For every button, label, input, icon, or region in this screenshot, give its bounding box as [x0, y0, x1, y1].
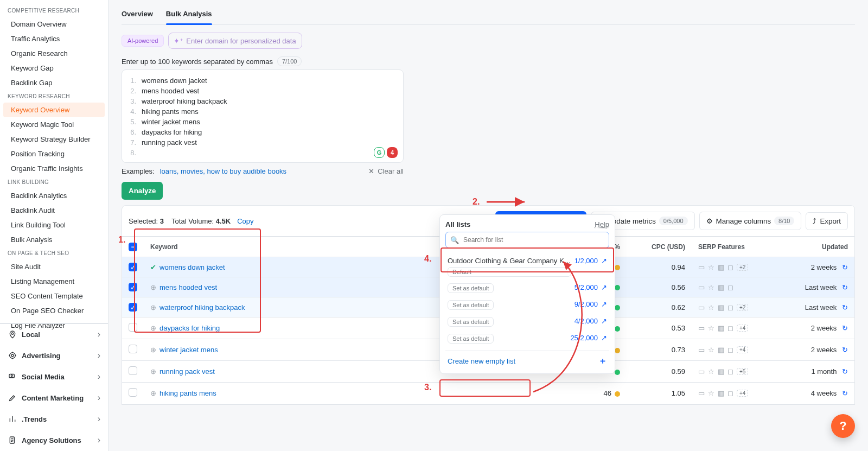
refresh-icon[interactable]: ↻: [840, 367, 848, 376]
nav-item-bulk-analysis[interactable]: Bulk Analysis: [3, 232, 105, 247]
col-keyword[interactable]: Keyword: [144, 237, 410, 257]
manage-columns-button[interactable]: ⚙ Manage columns 8/10: [699, 212, 802, 230]
popover-list-item[interactable]: Set as default5/2,000↗: [445, 280, 609, 297]
keyword-link[interactable]: winter jacket mens: [159, 346, 218, 354]
keyword-link[interactable]: hiking pants mens: [159, 389, 216, 397]
col-serp[interactable]: SERP Features: [692, 237, 789, 257]
popover-list-item[interactable]: Outdoor Clothing & Gear Company K… Defau…: [445, 253, 609, 280]
popover-list-item[interactable]: Set as default9/2,000↗: [445, 297, 609, 314]
nav-item-position-tracking[interactable]: Position Tracking: [3, 147, 105, 161]
open-external-icon[interactable]: ↗: [601, 334, 607, 342]
analyze-button[interactable]: Analyze: [122, 182, 163, 200]
ai-domain-input[interactable]: ✦⁺ Enter domain for personalized data: [168, 33, 302, 49]
refresh-icon[interactable]: ↻: [840, 303, 848, 312]
nav-item-keyword-overview[interactable]: Keyword Overview: [3, 103, 105, 117]
sidebar-bottom-content[interactable]: Content Marketing: [0, 388, 108, 409]
sidebar-bottom-social[interactable]: Social Media: [0, 366, 108, 388]
serp-icons: ▭☆▥◻+5: [698, 367, 783, 376]
serp-more-badge: +5: [737, 368, 748, 375]
keyword-link[interactable]: waterproof hiking backpack: [159, 303, 245, 312]
col-cpc[interactable]: CPC (USD): [627, 237, 692, 257]
close-icon: ✕: [368, 167, 374, 175]
serp-more-badge: +2: [737, 304, 748, 311]
refresh-icon[interactable]: ↻: [840, 324, 848, 332]
export-button[interactable]: ⤴ Export: [806, 212, 848, 230]
keyword-link[interactable]: womens down jacket: [159, 263, 225, 271]
refresh-icon[interactable]: ↻: [840, 263, 848, 271]
help-fab[interactable]: ?: [831, 414, 855, 438]
target-icon: [8, 351, 17, 360]
updated-value: Last week: [805, 283, 837, 291]
nav-section-title: LINK BUILDING: [0, 176, 108, 188]
col-updated[interactable]: Updated: [789, 237, 854, 257]
set-default-button[interactable]: Set as default: [448, 334, 494, 344]
keyword-link[interactable]: mens hooded vest: [159, 283, 217, 291]
create-list-link[interactable]: Create new empty list: [448, 357, 515, 365]
row-checkbox[interactable]: [129, 323, 137, 332]
keyword-input-box[interactable]: 1.womens down jacket 2.mens hooded vest …: [122, 69, 404, 163]
cpc-value: 0.56: [627, 277, 692, 297]
keyword-link[interactable]: running pack vest: [159, 367, 215, 376]
keyword-link[interactable]: daypacks for hiking: [159, 324, 220, 332]
example-links[interactable]: loans, movies, how to buy audible books: [160, 167, 286, 175]
open-external-icon[interactable]: ↗: [601, 300, 607, 308]
list-default-badge: Default: [448, 267, 571, 277]
export-label: Export: [820, 217, 841, 225]
row-checkbox[interactable]: [129, 345, 137, 353]
nav-item-listing-management[interactable]: Listing Management: [3, 274, 105, 289]
serp-feature-icon: ☆: [708, 324, 714, 332]
tab-bulk-analysis[interactable]: Bulk Analysis: [166, 4, 212, 24]
nav-item-backlink-audit[interactable]: Backlink Audit: [3, 203, 105, 218]
sidebar-bottom-agency[interactable]: Agency Solutions: [0, 430, 108, 451]
clear-all-button[interactable]: ✕ Clear all: [368, 167, 404, 175]
nav-item-backlink-gap[interactable]: Backlink Gap: [3, 75, 105, 90]
popover-search[interactable]: 🔍: [445, 232, 609, 248]
create-list-plus-icon[interactable]: ＋: [598, 355, 607, 367]
nav-item-domain-overview[interactable]: Domain Overview: [3, 17, 105, 31]
nav-item-keyword-strategy-builder[interactable]: Keyword Strategy Builder: [3, 132, 105, 147]
selected-count: Selected: 3: [129, 217, 164, 225]
svg-point-2: [11, 354, 14, 357]
nav-item-organic-traffic-insights[interactable]: Organic Traffic Insights: [3, 161, 105, 176]
popover-search-input[interactable]: [462, 236, 604, 244]
sidebar-bottom-local[interactable]: Local: [0, 323, 108, 345]
nav-item-keyword-gap[interactable]: Keyword Gap: [3, 61, 105, 75]
popover-list-item[interactable]: Set as default25/2,000↗: [445, 331, 609, 347]
sidebar-bottom: Local Advertising Social Media Content M…: [0, 323, 108, 451]
open-external-icon[interactable]: ↗: [601, 283, 607, 291]
row-checkbox[interactable]: ✓: [129, 283, 137, 291]
open-external-icon[interactable]: ↗: [601, 257, 607, 265]
select-all-checkbox[interactable]: −: [129, 243, 137, 251]
serp-feature-icon: ▭: [698, 346, 705, 354]
sidebar-bottom-label: Agency Solutions: [22, 436, 98, 444]
nav-item-site-audit[interactable]: Site Audit: [3, 259, 105, 274]
keyword-limit: Enter up to 100 keywords separated by co…: [122, 56, 855, 66]
sidebar-bottom-trends[interactable]: .Trends: [0, 409, 108, 430]
nav-item-seo-content-template[interactable]: SEO Content Template: [3, 289, 105, 303]
copy-button[interactable]: Copy: [237, 217, 253, 225]
popover-list-item[interactable]: Set as default4/2,000↗: [445, 314, 609, 331]
row-checkbox[interactable]: ✓: [129, 263, 137, 271]
row-checkbox[interactable]: [129, 388, 137, 397]
refresh-icon[interactable]: ↻: [840, 389, 848, 397]
set-default-button[interactable]: Set as default: [448, 317, 494, 327]
nav-item-backlink-analytics[interactable]: Backlink Analytics: [3, 188, 105, 203]
nav-item-on-page-seo-checker[interactable]: On Page SEO Checker: [3, 303, 105, 318]
row-checkbox[interactable]: [129, 366, 137, 375]
nav-item-organic-research[interactable]: Organic Research: [3, 46, 105, 61]
refresh-icon[interactable]: ↻: [840, 346, 848, 354]
tab-overview[interactable]: Overview: [122, 4, 153, 24]
set-default-button[interactable]: Set as default: [448, 283, 494, 293]
popover-help-link[interactable]: Help: [595, 220, 609, 228]
nav-item-link-building-tool[interactable]: Link Building Tool: [3, 218, 105, 232]
nav-item-keyword-magic-tool[interactable]: Keyword Magic Tool: [3, 117, 105, 132]
set-default-button[interactable]: Set as default: [448, 300, 494, 310]
refresh-icon[interactable]: ↻: [840, 283, 848, 291]
nav-item-traffic-analytics[interactable]: Traffic Analytics: [3, 31, 105, 46]
svg-point-0: [11, 333, 13, 334]
row-checkbox[interactable]: ✓: [129, 303, 137, 312]
svg-point-1: [10, 353, 16, 359]
sidebar-bottom-advertising[interactable]: Advertising: [0, 345, 108, 366]
open-external-icon[interactable]: ↗: [601, 317, 607, 325]
pen-icon: [8, 393, 17, 402]
